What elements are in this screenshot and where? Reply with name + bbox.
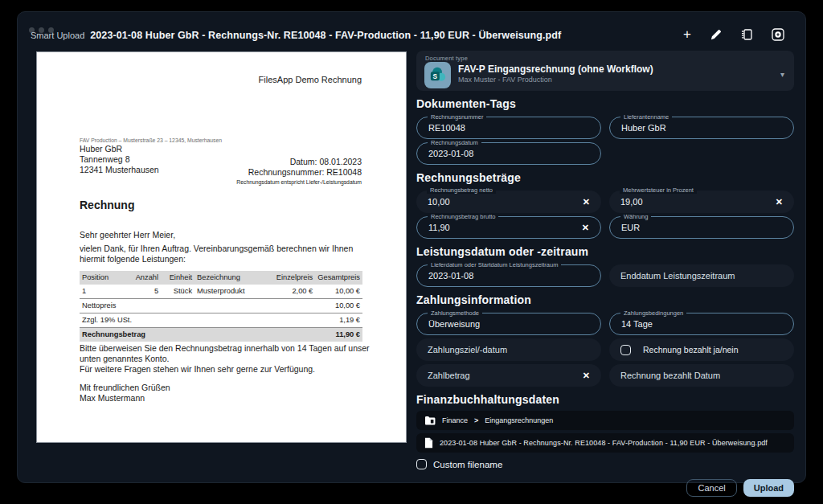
section-heading-accounting: Finanzbuchhaltungsdaten	[416, 393, 794, 406]
field-value: 2023-01-08	[428, 271, 473, 281]
field-label: Währung	[620, 213, 651, 220]
field-value: 19,00	[620, 197, 643, 207]
section-heading-payment: Zahlungsinformation	[416, 293, 794, 306]
add-icon[interactable]: +	[683, 28, 691, 41]
field-value: 14 Tage	[621, 319, 653, 329]
zahlungsziel-field[interactable]: Zahlungsziel/-datum	[416, 338, 601, 361]
copy-pages-icon[interactable]	[740, 28, 753, 41]
field-value: Überweisung	[428, 319, 480, 329]
breadcrumb-item-finance[interactable]: Finance	[442, 416, 468, 424]
field-value: Huber GbR	[621, 123, 666, 133]
checkbox-icon[interactable]	[620, 345, 631, 355]
field-value: EUR	[621, 223, 640, 232]
cancel-button[interactable]: Cancel	[686, 479, 736, 497]
field-label: Rechnungsnummer	[428, 113, 486, 121]
section-heading-tags: Dokumenten-Tags	[416, 97, 794, 110]
pdf-salutation: Sehr geehrter Herr Meier,	[80, 230, 175, 240]
field-label: Rechnungsdatum	[428, 139, 481, 146]
field-value: RE10048	[428, 123, 465, 133]
enddatum-field[interactable]: Enddatum Leistungszeitraum	[609, 264, 794, 287]
file-icon	[424, 437, 433, 449]
field-placeholder: Zahlungsziel/-datum	[428, 345, 507, 354]
field-label: Mehrwertsteuer in Prozent	[620, 186, 697, 194]
zahlungsbedingungen-field[interactable]: Zahlungsbedingungen 14 Tage	[609, 313, 794, 335]
lieferdatum-field[interactable]: Lieferdatum oder Startdatum Leistungszei…	[416, 264, 601, 287]
svg-text:S: S	[432, 73, 437, 80]
rechnung-bezahlt-toggle[interactable]: Rechnung bezahlt ja/nein	[609, 338, 794, 361]
field-value: 11,90	[428, 223, 450, 232]
netto-field[interactable]: Rechnungsbetrag netto 10,00 ✕	[416, 191, 601, 213]
breadcrumb-item-eingangsrechnungen[interactable]: Eingangsrechnungen	[485, 416, 553, 424]
document-title: 2023-01-08 Huber GbR - Rechnungs-Nr. RE1…	[90, 30, 561, 41]
document-type-select[interactable]: Document type S FAV-P Eingangsrechnung (…	[416, 51, 794, 91]
table-row-netto: Nettopreis 10,00 €	[80, 299, 362, 313]
rechnung-bezahlt-datum-field[interactable]: Rechnung bezahlt Datum	[609, 364, 794, 387]
mehrwertsteuer-field[interactable]: Mehrwertsteuer in Prozent 19,00 ✕	[609, 191, 794, 213]
document-type-subtitle: Max Muster - FAV Production	[458, 75, 653, 84]
table-row: 1 5 Stück Musterprodukt 2,00 € 10,00 €	[80, 285, 362, 299]
field-label: Zahlungsmethode	[428, 309, 482, 317]
folder-icon	[424, 416, 436, 425]
titlebar: Smart Upload 2023-01-08 Huber GbR - Rech…	[31, 30, 693, 41]
smart-upload-dialog: Smart Upload 2023-01-08 Huber GbR - Rech…	[17, 11, 806, 483]
field-label: Lieferdatum oder Startdatum Leistungszei…	[428, 261, 561, 268]
brutto-field[interactable]: Rechnungsbetrag brutto 11,90 ✕	[416, 216, 601, 239]
clear-icon[interactable]: ✕	[583, 371, 590, 381]
export-icon[interactable]	[772, 28, 784, 41]
pdf-invoice-table: Position Anzahl Einheit Bezeichnung Einz…	[80, 271, 362, 342]
section-heading-service-date: Leistungsdatum oder -zeitraum	[416, 245, 794, 258]
upload-filename: 2023-01-08 Huber GbR - Rechnungs-Nr. RE1…	[440, 439, 768, 447]
rechnungsnummer-field[interactable]: Rechnungsnummer RE10048	[416, 117, 601, 139]
custom-filename-toggle[interactable]: Custom filename	[416, 459, 794, 469]
target-folder-breadcrumb[interactable]: Finance > Eingangsrechnungen	[416, 411, 794, 430]
field-label: Zahlungsbedingungen	[620, 309, 686, 317]
checkbox-label: Rechnung bezahlt ja/nein	[643, 345, 739, 354]
checkbox-icon[interactable]	[416, 459, 427, 469]
document-type-title: FAV-P Eingangsrechnung (ohne Workflow)	[458, 64, 653, 75]
pdf-outro-paragraph: Bitte überweisen Sie den Rechnungsbetrag…	[80, 343, 377, 375]
field-placeholder: Zahlbetrag	[428, 371, 470, 380]
pdf-letterhead: FilesApp Demo Rechnung	[259, 75, 362, 85]
toolbar: +	[683, 28, 784, 41]
zahlungsmethode-field[interactable]: Zahlungsmethode Überweisung	[416, 313, 601, 335]
edit-pencil-icon[interactable]	[710, 29, 722, 41]
rechnungsdatum-field[interactable]: Rechnungsdatum 2023-01-08	[416, 142, 601, 165]
field-value: 10,00	[428, 197, 450, 207]
custom-filename-label: Custom filename	[433, 460, 502, 469]
clear-icon[interactable]: ✕	[583, 197, 590, 207]
field-label: Rechnungsbetrag brutto	[428, 213, 498, 220]
section-heading-amounts: Rechnungsbeträge	[416, 171, 794, 184]
field-placeholder: Rechnung bezahlt Datum	[620, 371, 720, 380]
field-value: 2023-01-08	[428, 149, 473, 158]
pdf-recipient-address: Huber GbR Tannenweg 8 12341 Musterhausen	[80, 144, 159, 175]
upload-button[interactable]: Upload	[743, 479, 794, 497]
waehrung-field[interactable]: Währung EUR	[609, 216, 794, 239]
field-label: Rechnungsbetrag netto	[427, 186, 496, 194]
table-row-total: Rechnungsbetrag 11,90 €	[80, 328, 362, 342]
dialog-footer: Cancel Upload	[416, 479, 794, 497]
clear-icon[interactable]: ✕	[776, 197, 783, 207]
lieferantenname-field[interactable]: Lieferantenname Huber GbR	[609, 117, 794, 139]
pdf-preview-page[interactable]: FilesApp Demo Rechnung FAV Production – …	[36, 51, 407, 443]
app-label: Smart Upload	[31, 31, 84, 40]
table-header-row: Position Anzahl Einheit Bezeichnung Einz…	[80, 271, 362, 285]
document-type-app-icon: S	[424, 62, 451, 88]
chevron-down-icon[interactable]: ▾	[780, 70, 784, 79]
field-label: Lieferantenname	[620, 113, 672, 121]
pdf-closing: Mit freundlichen Grüßen Max Mustermann	[80, 383, 170, 404]
clear-icon[interactable]: ✕	[582, 223, 589, 233]
field-placeholder: Enddatum Leistungszeitraum	[620, 271, 735, 281]
pdf-invoice-heading: Rechnung	[80, 200, 134, 211]
form-panel: Document type S FAV-P Eingangsrechnung (…	[416, 51, 794, 497]
table-row-ust: Zzgl. 19% USt. 1,19 €	[80, 313, 362, 328]
pdf-intro-paragraph: vielen Dank, für Ihren Auftrag. Vereinba…	[80, 244, 366, 264]
breadcrumb-separator: >	[474, 416, 478, 424]
pdf-invoice-meta: Datum: 08.01.2023 Rechnungsnummer: RE100…	[236, 157, 362, 186]
zahlbetrag-field[interactable]: Zahlbetrag ✕	[416, 364, 601, 387]
document-type-label: Document type	[425, 55, 468, 62]
upload-filename-row: 2023-01-08 Huber GbR - Rechnungs-Nr. RE1…	[416, 433, 794, 453]
